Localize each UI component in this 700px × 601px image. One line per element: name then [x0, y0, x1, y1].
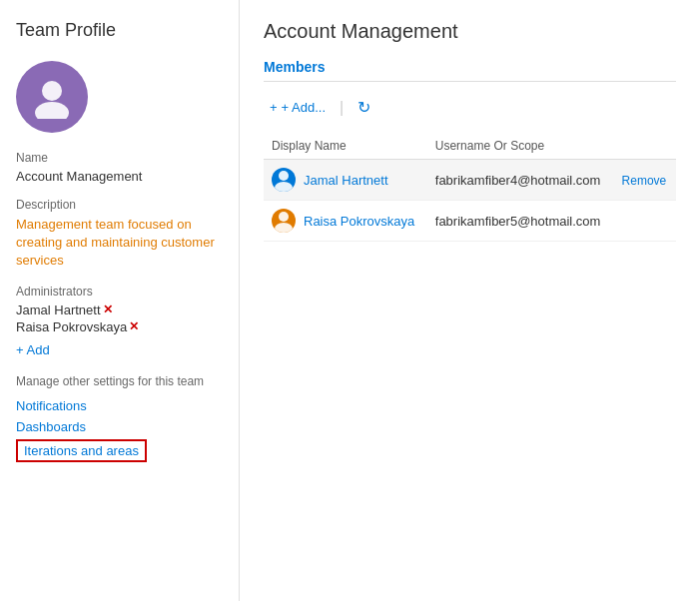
description-label: Description	[16, 198, 223, 212]
sidebar-link-iterations-and-areas[interactable]: Iterations and areas	[16, 439, 147, 462]
members-section-header: Members	[264, 59, 676, 75]
admin-name-2: Raisa Pokrovskaya	[16, 319, 127, 334]
table-row: Jamal Hartnett fabrikamfiber4@hotmail.co…	[264, 160, 676, 201]
svg-point-3	[275, 182, 293, 192]
member-remove-cell-2	[614, 201, 676, 242]
team-description: Management team focused on creating and …	[16, 216, 223, 271]
members-table: Display Name Username Or Scope Jamal	[264, 133, 676, 242]
member-email-1: fabrikamfiber4@hotmail.com	[427, 160, 614, 201]
remove-admin-1-icon[interactable]: ✕	[103, 302, 113, 316]
team-avatar	[16, 61, 88, 133]
toolbar: + + Add... | ↻	[264, 94, 676, 121]
member-remove-cell-1: Remove	[614, 160, 676, 201]
svg-point-0	[42, 81, 62, 101]
add-icon: +	[270, 100, 278, 115]
admin-name-1: Jamal Hartnett	[16, 302, 101, 317]
col-display-name: Display Name	[264, 133, 427, 160]
remove-member-1-button[interactable]: Remove	[622, 174, 667, 188]
member-avatar-icon-1	[272, 168, 296, 192]
toolbar-separator: |	[340, 99, 344, 117]
admin-item: Jamal Hartnett ✕	[16, 302, 223, 317]
svg-point-1	[35, 102, 69, 119]
col-actions	[614, 133, 676, 160]
sidebar: Team Profile Name Account Management Des…	[0, 0, 240, 601]
members-divider	[264, 81, 676, 82]
sidebar-link-dashboards[interactable]: Dashboards	[16, 418, 223, 435]
admin-item: Raisa Pokrovskaya ✕	[16, 319, 223, 334]
member-avatar-1	[272, 168, 296, 192]
manage-settings-label: Manage other settings for this team	[16, 373, 223, 390]
administrators-label: Administrators	[16, 285, 223, 299]
svg-point-5	[275, 223, 293, 233]
member-avatar-icon-2	[272, 209, 296, 233]
member-display-name-1[interactable]: Jamal Hartnett	[304, 173, 388, 188]
member-display-name-2[interactable]: Raisa Pokrovskaya	[304, 214, 414, 229]
add-button-label: + Add...	[282, 100, 326, 115]
member-name-cell: Raisa Pokrovskaya	[264, 201, 427, 242]
avatar-icon	[30, 75, 74, 119]
add-admin-link[interactable]: + Add	[16, 342, 50, 357]
sidebar-link-notifications[interactable]: Notifications	[16, 397, 223, 414]
member-avatar-2	[272, 209, 296, 233]
name-label: Name	[16, 151, 223, 165]
member-email-2: fabrikamfiber5@hotmail.com	[427, 201, 614, 242]
team-name: Account Management	[16, 169, 223, 184]
member-name-cell: Jamal Hartnett	[264, 160, 427, 201]
sidebar-title: Team Profile	[16, 20, 223, 41]
table-row: Raisa Pokrovskaya fabrikamfiber5@hotmail…	[264, 201, 676, 242]
refresh-button[interactable]: ↻	[351, 94, 376, 121]
refresh-icon: ↻	[357, 98, 370, 117]
remove-admin-2-icon[interactable]: ✕	[129, 319, 139, 333]
svg-point-4	[279, 212, 289, 222]
col-username: Username Or Scope	[427, 133, 614, 160]
add-member-button[interactable]: + + Add...	[264, 96, 332, 119]
svg-point-2	[279, 171, 289, 181]
admin-list: Jamal Hartnett ✕ Raisa Pokrovskaya ✕	[16, 302, 223, 334]
main-content: Account Management Members + + Add... | …	[240, 0, 700, 601]
page-title: Account Management	[264, 20, 676, 43]
